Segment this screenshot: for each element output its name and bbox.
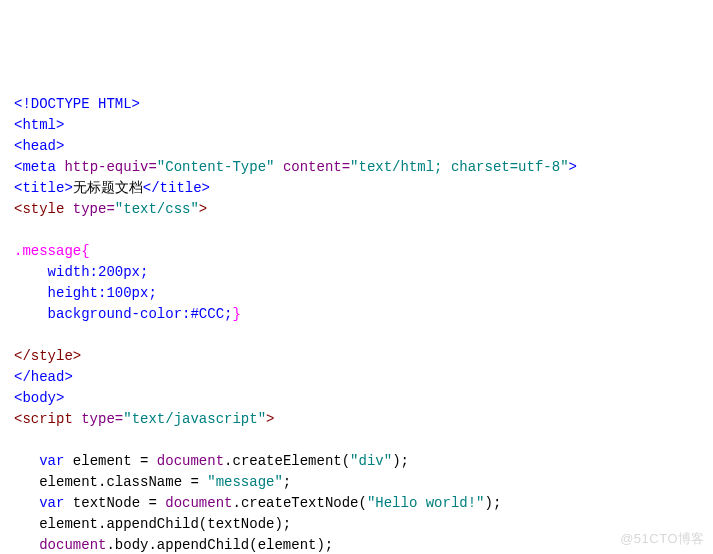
code-token: document bbox=[165, 495, 232, 511]
code-token bbox=[14, 453, 39, 469]
code-token: "text/html; charset=utf-8" bbox=[350, 159, 568, 175]
code-token: <html> bbox=[14, 117, 64, 133]
code-token: var bbox=[39, 495, 64, 511]
code-line: <html> bbox=[14, 115, 699, 136]
code-token: <title> bbox=[14, 180, 73, 196]
code-token: 无标题文档 bbox=[73, 180, 143, 196]
code-line bbox=[14, 220, 699, 241]
code-token: <head> bbox=[14, 138, 64, 154]
code-line: <title>无标题文档</title> bbox=[14, 178, 699, 199]
code-token bbox=[14, 495, 39, 511]
code-line: <!DOCTYPE HTML> bbox=[14, 94, 699, 115]
code-token: "text/javascript" bbox=[123, 411, 266, 427]
code-token: element.appendChild(textNode); bbox=[14, 516, 291, 532]
watermark: @51CTO博客 bbox=[620, 529, 705, 549]
code-line: var textNode = document.createTextNode("… bbox=[14, 493, 699, 514]
code-block: <!DOCTYPE HTML><html><head><meta http-eq… bbox=[14, 94, 699, 554]
code-line: <meta http-equiv="Content-Type" content=… bbox=[14, 157, 699, 178]
code-token: .message{ bbox=[14, 243, 90, 259]
code-line: document.body.appendChild(element); bbox=[14, 535, 699, 554]
code-token: height:100px; bbox=[48, 285, 157, 301]
code-line: width:200px; bbox=[14, 262, 699, 283]
code-token: "Content-Type" bbox=[157, 159, 275, 175]
code-token: <style bbox=[14, 201, 73, 217]
code-line: background-color:#CCC;} bbox=[14, 304, 699, 325]
code-token: </style> bbox=[14, 348, 81, 364]
code-token: "message" bbox=[207, 474, 283, 490]
code-line bbox=[14, 430, 699, 451]
code-token: <script bbox=[14, 411, 81, 427]
code-token: http-equiv= bbox=[64, 159, 156, 175]
code-token: document bbox=[157, 453, 224, 469]
code-token: <meta bbox=[14, 159, 56, 175]
code-line: .message{ bbox=[14, 241, 699, 262]
code-line: <style type="text/css"> bbox=[14, 199, 699, 220]
code-token: "Hello world!" bbox=[367, 495, 485, 511]
code-token: width:200px; bbox=[48, 264, 149, 280]
code-token: content= bbox=[283, 159, 350, 175]
code-token: element.className = bbox=[14, 474, 207, 490]
code-token: type= bbox=[73, 201, 115, 217]
code-line: <head> bbox=[14, 136, 699, 157]
code-token: </head> bbox=[14, 369, 73, 385]
code-token: "div" bbox=[350, 453, 392, 469]
code-line: element.className = "message"; bbox=[14, 472, 699, 493]
code-token: document bbox=[39, 537, 106, 553]
code-token: textNode = bbox=[64, 495, 165, 511]
code-token: </title> bbox=[143, 180, 210, 196]
code-token: ; bbox=[283, 474, 291, 490]
code-token: .createTextNode( bbox=[232, 495, 366, 511]
code-line bbox=[14, 325, 699, 346]
code-token: > bbox=[199, 201, 207, 217]
code-token: .createElement( bbox=[224, 453, 350, 469]
code-line: <script type="text/javascript"> bbox=[14, 409, 699, 430]
code-token bbox=[14, 537, 39, 553]
code-token: > bbox=[569, 159, 577, 175]
code-line: <body> bbox=[14, 388, 699, 409]
code-token: } bbox=[232, 306, 240, 322]
code-line: element.appendChild(textNode); bbox=[14, 514, 699, 535]
code-token: element = bbox=[64, 453, 156, 469]
code-token: <body> bbox=[14, 390, 64, 406]
code-token: type= bbox=[81, 411, 123, 427]
code-token: ); bbox=[392, 453, 409, 469]
code-token bbox=[14, 306, 48, 322]
code-token bbox=[14, 285, 48, 301]
code-line: var element = document.createElement("di… bbox=[14, 451, 699, 472]
code-token: ); bbox=[485, 495, 502, 511]
code-token: > bbox=[266, 411, 274, 427]
code-line: height:100px; bbox=[14, 283, 699, 304]
code-token bbox=[274, 159, 282, 175]
code-token: background-color:#CCC; bbox=[48, 306, 233, 322]
code-token: "text/css" bbox=[115, 201, 199, 217]
code-token bbox=[14, 264, 48, 280]
code-line: </style> bbox=[14, 346, 699, 367]
code-line: </head> bbox=[14, 367, 699, 388]
code-token: var bbox=[39, 453, 64, 469]
code-token: <!DOCTYPE HTML> bbox=[14, 96, 140, 112]
code-token: .body.appendChild(element); bbox=[106, 537, 333, 553]
